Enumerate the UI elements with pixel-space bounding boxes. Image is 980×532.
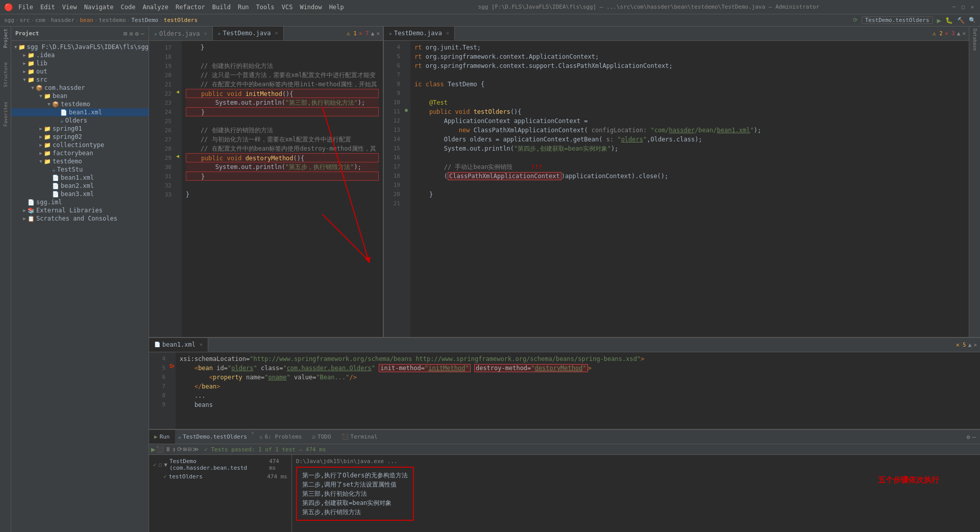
tree-item-bean1xml[interactable]: 📄 bean1.xml <box>11 108 149 116</box>
tree-item-factorybean[interactable]: ▶ 📁 factorybean <box>11 149 149 157</box>
menu-navigate[interactable]: Navigate <box>81 3 117 12</box>
close-pane-icon[interactable]: ✕ <box>376 30 380 37</box>
sidebar-toolbar[interactable]: ⊞ ≡ ⚙ — <box>124 30 144 37</box>
sort-alpha-button[interactable]: ↕ <box>172 446 176 453</box>
tree-item-bean[interactable]: ▼ 📁 bean <box>11 92 149 100</box>
stop-button[interactable]: ⬛ <box>156 446 164 453</box>
menu-code[interactable]: Code <box>118 3 139 12</box>
minimize-button[interactable]: ─ <box>950 4 958 11</box>
sync-icon[interactable]: ⟳ <box>853 17 857 23</box>
sort-dur-button[interactable]: ⟳ <box>177 446 182 453</box>
build-button[interactable]: 🔨 <box>957 17 965 24</box>
bottom-tab-run[interactable]: ▶ Run <box>149 430 175 444</box>
expand-icon[interactable]: ▲ <box>371 30 375 37</box>
right-gutter: ● <box>402 41 410 337</box>
menu-edit[interactable]: Edit <box>37 3 58 12</box>
xml-code-area[interactable]: 4 5 6 7 8 9 🫘 <box>149 352 980 429</box>
tree-item-com[interactable]: ▼ 📦 com.hassder <box>11 84 149 92</box>
tree-item-scratches[interactable]: ▶ 📋 Scratches and Consoles <box>11 214 149 223</box>
tree-item-spring01[interactable]: ▶ 📁 spring01 <box>11 125 149 133</box>
tree-item-sggiml[interactable]: 📄 sgg.iml <box>11 198 149 206</box>
menu-refactor[interactable]: Refactor <box>173 3 208 12</box>
tree-label: src <box>36 76 47 83</box>
menu-file[interactable]: File <box>15 3 36 12</box>
tree-item-bean2xml[interactable]: 📄 bean2.xml <box>11 182 149 190</box>
collapse-icon[interactable]: ≡ <box>129 30 133 37</box>
expand-all-button[interactable]: ⊞ <box>183 446 187 453</box>
pause-button[interactable]: ⏸ <box>165 446 171 453</box>
tab-testdemo-right[interactable]: ☕ TestDemo.java ✕ <box>384 27 455 40</box>
code-line: (ClassPathXmlApplicationContext)applicat… <box>414 172 965 181</box>
tab-olders[interactable]: ☕ Olders.java ✕ <box>149 27 213 40</box>
xml-code-lines: xsi:schemaLocation="http://www.springfra… <box>176 352 980 429</box>
tree-item-collectiontype[interactable]: ▶ 📁 collectiontype <box>11 141 149 149</box>
bottom-tab-problems[interactable]: ⚠ 6: Problems <box>254 430 307 444</box>
tree-item-testdemo2[interactable]: ▼ 📁 testdemo <box>11 157 149 165</box>
xml-code-line: xsi:schemaLocation="http://www.springfra… <box>180 354 976 364</box>
tree-item-lib[interactable]: ▶ 📁 lib <box>11 59 149 67</box>
expand-icon[interactable]: ▲ <box>968 342 972 348</box>
left-editor-pane: ☕ Olders.java ✕ ☕ TestDemo.java ✕ ⚠ 1 ✕ … <box>149 27 384 337</box>
menu-vcs[interactable]: VCS <box>279 3 296 12</box>
test-suite-item[interactable]: ✓ ☐ ▼ TestDemo (com.hassder.bean.testd 4… <box>151 457 289 472</box>
minimize-panel-icon[interactable]: — <box>141 30 144 37</box>
menu-analyze[interactable]: Analyze <box>139 3 172 12</box>
output-line-1: 第一步,执行了Olders的无参构造方法 <box>302 471 408 480</box>
right-code-area[interactable]: 4 5 6 7 8 9 10 11 12 13 14 15 16 <box>384 41 969 337</box>
debug-button[interactable]: 🐛 <box>945 17 953 24</box>
structure-tab-vertical[interactable]: Structure <box>3 62 8 87</box>
close-tab-icon[interactable]: ✕ <box>275 30 278 36</box>
expand-icon[interactable]: ▲ <box>957 30 961 37</box>
settings-icon[interactable]: ⚙ <box>967 433 970 441</box>
expand-all-icon[interactable]: ⊞ <box>124 30 127 37</box>
minimize-panel-icon[interactable]: — <box>972 433 976 441</box>
tree-item-olders[interactable]: ☕ Olders <box>11 116 149 125</box>
settings-icon[interactable]: ⚙ <box>135 30 139 37</box>
tree-label: com.hassder <box>44 84 85 91</box>
tree-item-out[interactable]: ▶ 📁 out <box>11 67 149 76</box>
tab-testdemo-left[interactable]: ☕ TestDemo.java ✕ <box>213 27 284 40</box>
tree-item-teststu[interactable]: ☕ TestStu <box>11 165 149 174</box>
java-icon-small: ☕ <box>178 433 182 440</box>
tab-bean1xml[interactable]: 📄 bean1.xml ✕ <box>149 338 208 352</box>
left-code-area[interactable]: 17 18 19 20 21 22 23 24 25 26 27 28 <box>149 41 383 337</box>
show-options-button[interactable]: ≫ <box>192 446 199 453</box>
tree-item-bean1xml2[interactable]: 📄 bean1.xml <box>11 174 149 182</box>
close-tab-icon[interactable]: ✕ <box>200 342 203 347</box>
tree-item-src[interactable]: ▼ 📁 src <box>11 76 149 84</box>
tree-item-bean3xml[interactable]: 📄 bean3.xml <box>11 190 149 198</box>
folder-icon: 📁 <box>44 93 51 100</box>
search-button[interactable]: 🔍 <box>969 17 976 23</box>
bottom-tab-todo[interactable]: ☑ TODO <box>307 430 336 444</box>
test-case-item[interactable]: ✓ testOlders 474 ms <box>151 472 289 481</box>
favorites-tab-vertical[interactable]: Favorites <box>3 102 8 127</box>
tree-item-testdemo[interactable]: ▼ 📦 testdemo <box>11 100 149 108</box>
menu-window[interactable]: Window <box>297 3 325 12</box>
tree-item-ext-libraries[interactable]: ▶ 📚 External Libraries <box>11 206 149 214</box>
close-tab-icon[interactable]: ✕ <box>204 31 207 36</box>
rerun-button[interactable]: ▶ <box>151 445 155 453</box>
close-button[interactable]: ✕ <box>969 4 976 11</box>
problems-icon: ⚠ <box>259 433 263 440</box>
menu-build[interactable]: Build <box>209 3 234 12</box>
window-controls[interactable]: ─ □ ✕ <box>950 4 976 11</box>
collapse-all-button[interactable]: ⊟ <box>188 446 191 453</box>
close-tab-icon[interactable]: ✕ <box>446 30 449 36</box>
run-button[interactable]: ▶ <box>937 16 941 25</box>
tree-item-idea[interactable]: ▶ 📁 .idea <box>11 51 149 59</box>
tree-label: bean1.xml <box>69 109 102 116</box>
menu-view[interactable]: View <box>59 3 80 12</box>
close-pane-icon[interactable]: ✕ <box>962 30 966 37</box>
menu-tools[interactable]: Tools <box>253 3 278 12</box>
menu-help[interactable]: Help <box>326 3 347 12</box>
tree-item-spring02[interactable]: ▶ 📁 spring02 <box>11 133 149 141</box>
menu-bar[interactable]: File Edit View Navigate Code Analyze Ref… <box>15 3 347 12</box>
tree-item-sgg[interactable]: ▼ 📁 sgg F:\D.FLS\JavaFLS\IDEA\fls\sgg <box>11 43 149 51</box>
database-tab[interactable]: Database <box>972 29 977 51</box>
project-tab-vertical[interactable]: Project <box>3 29 8 48</box>
test-time: 474 ms <box>267 473 287 480</box>
menu-run[interactable]: Run <box>235 3 252 12</box>
close-pane-icon[interactable]: ✕ <box>973 342 977 348</box>
bottom-tab-terminal[interactable]: ⬛ Terminal <box>336 430 383 444</box>
maximize-button[interactable]: □ <box>960 4 967 11</box>
